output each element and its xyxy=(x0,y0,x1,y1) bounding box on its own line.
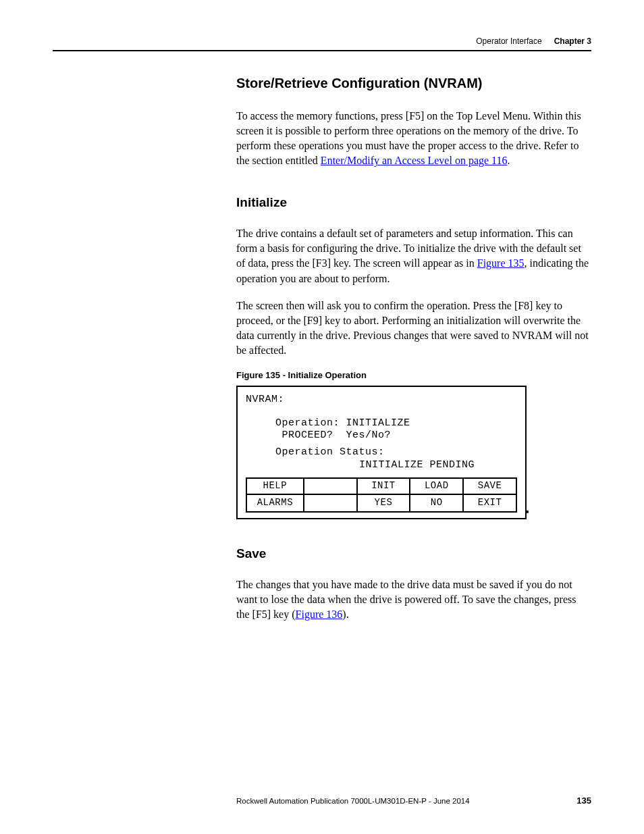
dot-icon: ■ xyxy=(526,509,529,515)
softkey-row-1: HELP INIT LOAD SAVE xyxy=(246,477,517,495)
link-access-level[interactable]: Enter/Modify an Access Level on page 116 xyxy=(321,155,508,166)
softkey-init[interactable]: INIT xyxy=(358,477,411,495)
header-section: Operator Interface xyxy=(476,36,541,46)
text-fragment: . xyxy=(508,155,510,166)
link-figure-136[interactable]: Figure 136 xyxy=(296,608,343,620)
para-init-2: The screen then will ask you to confirm … xyxy=(236,298,590,358)
heading-initialize: Initialize xyxy=(236,195,590,210)
screen-body: Operation: INITIALIZE PROCEED? Yes/No? xyxy=(275,417,517,443)
softkey-blank[interactable] xyxy=(304,477,358,495)
softkey-exit[interactable]: EXIT xyxy=(464,495,517,513)
footer-publication: Rockwell Automation Publication 7000L-UM… xyxy=(236,797,470,805)
page-footer: Rockwell Automation Publication 7000L-UM… xyxy=(53,796,591,806)
screen-line-operation: Operation: INITIALIZE xyxy=(275,417,517,430)
heading-save: Save xyxy=(236,546,590,561)
footer-page-number: 135 xyxy=(576,796,591,806)
page: Operator Interface Chapter 3 Store/Retri… xyxy=(0,0,644,834)
softkey-row-2: ALARMS YES NO EXIT xyxy=(246,495,517,513)
softkey-help[interactable]: HELP xyxy=(246,477,304,495)
para-store-1: To access the memory functions, press [F… xyxy=(236,109,590,168)
text-fragment: The changes that you have made to the dr… xyxy=(236,579,576,620)
softkey-no[interactable]: NO xyxy=(410,495,464,513)
header-chapter: Chapter 3 xyxy=(554,36,591,46)
screen-title: NVRAM: xyxy=(246,394,517,407)
screen-line-proceed: PROCEED? Yes/No? xyxy=(275,429,517,442)
softkey-alarms[interactable]: ALARMS xyxy=(246,495,304,513)
link-figure-135[interactable]: Figure 135 xyxy=(477,257,525,269)
figure-caption-135: Figure 135 - Initialize Operation xyxy=(236,370,590,380)
softkey-grid: HELP INIT LOAD SAVE ALARMS YES NO EXIT xyxy=(246,477,517,513)
nvram-screen: NVRAM: Operation: INITIALIZE PROCEED? Ye… xyxy=(236,386,527,519)
para-save-1: The changes that you have made to the dr… xyxy=(236,577,590,622)
softkey-yes[interactable]: YES xyxy=(358,495,411,513)
softkey-save[interactable]: SAVE xyxy=(464,477,517,495)
text-fragment: ). xyxy=(342,608,348,620)
softkey-load[interactable]: LOAD xyxy=(410,477,464,495)
content-column: Store/Retrieve Configuration (NVRAM) To … xyxy=(236,76,590,622)
para-init-1: The drive contains a default set of para… xyxy=(236,226,590,286)
running-header: Operator Interface Chapter 3 xyxy=(53,36,591,51)
softkey-blank-2[interactable] xyxy=(304,495,358,513)
heading-store-retrieve: Store/Retrieve Configuration (NVRAM) xyxy=(236,76,590,91)
screen-line-status-value: INITIALIZE PENDING xyxy=(359,459,517,472)
screen-line-status-label: Operation Status: xyxy=(275,446,517,459)
